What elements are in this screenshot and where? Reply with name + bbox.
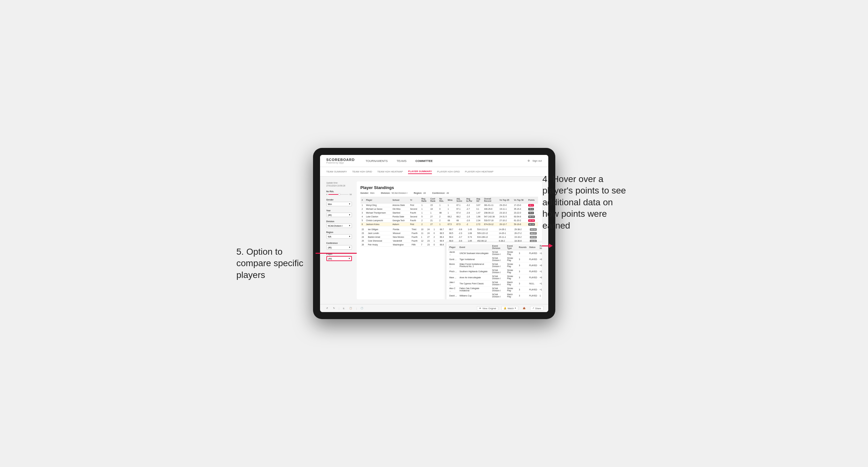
cell-avg-sg: 2.72 bbox=[475, 222, 483, 226]
cell-wins: 1 bbox=[446, 211, 455, 215]
brand: SCOREBOARD Powered by clippi bbox=[327, 158, 355, 164]
table-row[interactable]: 3 Michael Thorbjornsen Stanford Fourth 1… bbox=[361, 211, 538, 215]
cell-vs50: 50-16-8 bbox=[513, 222, 527, 226]
col-no-rds: NoRds. bbox=[438, 197, 446, 204]
division-value: NCAA Division I bbox=[328, 225, 343, 227]
conference-section: Conference (All) ▾ bbox=[327, 242, 352, 250]
cell-conf-rank: 23 bbox=[426, 243, 433, 247]
cell-points[interactable]: 68.18 bbox=[527, 222, 538, 226]
tt-cell-status: PLAYED bbox=[528, 292, 538, 299]
cell-points[interactable]: 60.27 bbox=[528, 231, 538, 235]
cell-no-rds: 88 bbox=[438, 211, 446, 215]
cell-overall: 509-122-12 bbox=[476, 231, 498, 235]
cell-avg-par: -2.3 bbox=[457, 231, 466, 235]
table-row[interactable]: 1 Wenyi Ding Arizona State First 1 15 1 … bbox=[361, 204, 538, 207]
main-content: Update time: 27/01/2024 16:56:26 No Rds.… bbox=[320, 177, 548, 304]
cell-school: Missouri bbox=[392, 231, 410, 235]
toolbar-paste[interactable]: 📋 bbox=[348, 306, 353, 310]
toolbar-clock[interactable]: 🕐 bbox=[359, 306, 365, 310]
cell-rank: 26 bbox=[361, 243, 367, 247]
table-row[interactable]: 23 Jack Lundin Missouri Fourth 11 24 0 6… bbox=[361, 231, 538, 235]
nav-tournaments[interactable]: TOURNAMENTS bbox=[364, 159, 389, 162]
cell-player: Michael La Sasso bbox=[365, 207, 391, 211]
sub-nav-player-summary[interactable]: PLAYER SUMMARY bbox=[408, 169, 432, 174]
gender-control[interactable]: Men ▾ bbox=[327, 202, 352, 206]
watch-btn[interactable]: 🔔 Watch ▾ bbox=[501, 306, 518, 310]
gender-label: Gender bbox=[327, 198, 352, 201]
cell-vs25: 29-15-0 bbox=[498, 204, 513, 207]
cell-avg-sg: 1.98 bbox=[475, 215, 483, 219]
toolbar-undo[interactable]: ↺ bbox=[325, 306, 329, 310]
slider-track[interactable] bbox=[328, 194, 349, 195]
cell-conf-rank: 27 bbox=[426, 235, 433, 239]
col-vs50: Vs Top 50 bbox=[513, 197, 527, 204]
nav-committee[interactable]: COMMITTEE bbox=[414, 159, 434, 162]
toolbar-copy[interactable]: ⎘ bbox=[342, 307, 345, 310]
sub-nav-team-summary[interactable]: TEAM SUMMARY bbox=[327, 169, 347, 174]
player-control[interactable]: (All) ▾ bbox=[327, 256, 352, 261]
tt-cell-status: PLAYED bbox=[528, 250, 538, 256]
table-row[interactable]: 2 Michael La Sasso Ole Miss Second 1 18 … bbox=[361, 207, 538, 211]
cell-wins: 68.4 bbox=[439, 235, 448, 239]
division-chevron: ▾ bbox=[349, 224, 350, 227]
cell-overall: 440-26-6 bbox=[483, 207, 499, 211]
table-row[interactable]: 4 Luke Clanton Florida State Second 5 27… bbox=[361, 215, 538, 219]
cell-yr: Fourth bbox=[409, 211, 420, 215]
tt-cell-event: Tiger Invitational bbox=[458, 256, 491, 262]
tt-cell-status: PLAYED bbox=[528, 256, 538, 262]
region-control[interactable]: N/A ▾ bbox=[327, 234, 352, 239]
cell-yr: Fourth bbox=[409, 219, 420, 222]
cell-school: Arizona State bbox=[391, 204, 409, 207]
toolbar-export[interactable]: 📤 bbox=[522, 306, 527, 310]
division-control[interactable]: NCAA Division I ▾ bbox=[327, 223, 352, 228]
sub-nav-player-h2h-heatmap[interactable]: PLAYER H2H HEATMAP bbox=[465, 169, 494, 174]
tt-cell-event: Wake Forest Invitational at Pinehurst No… bbox=[458, 262, 491, 269]
slider-thumb[interactable] bbox=[338, 193, 340, 195]
tablet-frame: SCOREBOARD Powered by clippi TOURNAMENTS… bbox=[313, 148, 555, 319]
cell-player: Jackson Koivu bbox=[365, 222, 391, 226]
toolbar-redo[interactable]: ↻ bbox=[332, 306, 336, 310]
col-overall: OverallRecord bbox=[483, 197, 499, 204]
col-school: School bbox=[391, 197, 409, 204]
sign-out-link[interactable]: Sign out bbox=[532, 159, 541, 162]
cell-points[interactable]: 80.49 bbox=[527, 219, 538, 222]
cell-vs25: 14-26-1 bbox=[498, 227, 513, 231]
table-row[interactable]: 22 Ian Gilligan Florida Third 10 24 1 68… bbox=[361, 227, 538, 231]
nav-teams[interactable]: TEAMS bbox=[395, 159, 408, 162]
conference-control[interactable]: (All) ▾ bbox=[327, 245, 352, 250]
cell-points[interactable]: 88.2 bbox=[527, 204, 538, 207]
cell-points[interactable]: 88.34 bbox=[527, 215, 538, 219]
filter-gender-val: Men bbox=[370, 192, 375, 194]
cell-points[interactable]: 70.2 bbox=[527, 211, 538, 215]
sub-nav-player-h2h-grid[interactable]: PLAYER H2H GRID bbox=[437, 169, 460, 174]
table-row[interactable]: 6 Jackson Koivu Auburn First 2 27 1 67.5… bbox=[361, 222, 538, 226]
sub-nav-team-h2h-grid[interactable]: TEAM H2H GRID bbox=[352, 169, 372, 174]
filter-region-val: All bbox=[423, 192, 426, 194]
cell-no-rds: 0 bbox=[432, 231, 438, 235]
cell-wins: 68 bbox=[446, 219, 455, 222]
tt-cell-player: Bremi ... bbox=[448, 262, 458, 269]
cell-rank: 4 bbox=[361, 215, 365, 219]
share-btn[interactable]: ↗ Share bbox=[530, 306, 544, 310]
cell-no-rds: 2 bbox=[438, 219, 446, 222]
share-icon: ↗ bbox=[532, 307, 534, 310]
table-row[interactable]: 5 Christo Lamprecht Georgia Tech Fourth … bbox=[361, 219, 538, 222]
cell-points[interactable]: 60.02 bbox=[528, 235, 538, 239]
year-control[interactable]: (All) ▾ bbox=[327, 213, 352, 217]
cell-adj-score: 67.1 bbox=[455, 207, 465, 211]
cell-points[interactable]: 60.58 bbox=[528, 227, 538, 231]
tt-cell-event: Fallen Oak Collegiate Invitational bbox=[458, 287, 491, 292]
view-original-btn[interactable]: 👁 View: Original bbox=[477, 306, 498, 310]
cell-wins: 1 bbox=[446, 204, 455, 207]
no-rds-slider[interactable]: 4 52 bbox=[327, 193, 352, 195]
brand-name: SCOREBOARD bbox=[327, 158, 355, 162]
nav-icon: ⚙ bbox=[528, 159, 530, 162]
cell-player: Ian Gilligan bbox=[367, 227, 392, 231]
sub-nav-team-h2h-heatmap[interactable]: TEAM H2H HEATMAP bbox=[377, 169, 403, 174]
update-label: Update time: bbox=[327, 182, 338, 184]
tablet-screen: SCOREBOARD Powered by clippi TOURNAMENTS… bbox=[320, 155, 548, 312]
table-row[interactable]: 24 Bastien Amat New Mexico Fourth 1 27 2… bbox=[361, 235, 538, 239]
cell-points[interactable]: 76.3 bbox=[527, 207, 538, 211]
tt-col-type: Event Type bbox=[506, 244, 518, 250]
tt-cell-status: NULL bbox=[528, 299, 538, 300]
